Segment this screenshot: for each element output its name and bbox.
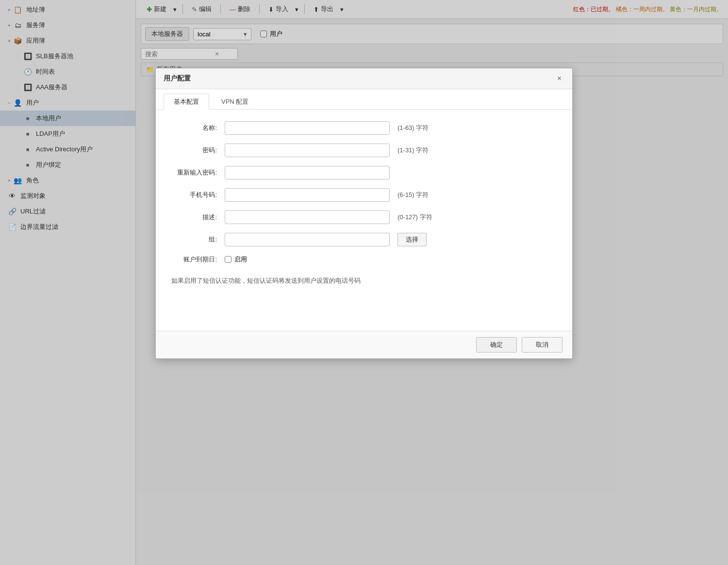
info-text: 如果启用了短信认证功能，短信认证码将发送到用户设置的电话号码 [171,273,557,289]
expire-label: 账户到期日: [171,255,225,264]
desc-input[interactable] [225,210,390,224]
ok-button[interactable]: 确定 [476,337,517,353]
form-row-expire: 账户到期日: 启用 [171,255,557,264]
form-row-desc: 描述: (0-127) 字符 [171,210,557,224]
name-hint: (1-63) 字符 [397,124,429,132]
form-row-repassword: 重新输入密码: [171,166,557,179]
group-select-button[interactable]: 选择 [397,233,427,246]
desc-label: 描述: [171,213,225,222]
password-label: 密码: [171,146,225,155]
form-row-phone: 手机号码: (6-15) 字符 [171,188,557,202]
dialog-tabs: 基本配置 VPN 配置 [156,89,572,110]
group-label: 组: [171,235,225,244]
tab-basic-label: 基本配置 [174,98,199,105]
cancel-button[interactable]: 取消 [522,337,563,353]
dialog-body: 名称: (1-63) 字符 密码: (1-31) 字符 重新输入密码: 手机号码… [156,110,572,331]
dialog-title-bar: 用户配置 × [156,68,572,89]
repassword-label: 重新输入密码: [171,168,225,177]
password-hint: (1-31) 字符 [397,146,429,155]
password-input[interactable] [225,144,390,157]
expire-checkbox[interactable] [225,256,232,263]
name-label: 名称: [171,124,225,132]
phone-input[interactable] [225,188,390,202]
user-config-dialog: 用户配置 × 基本配置 VPN 配置 名称: (1-63) 字符 密码: [155,68,573,359]
tab-basic-config[interactable]: 基本配置 [164,94,209,110]
enable-label: 启用 [234,255,247,264]
phone-label: 手机号码: [171,191,225,199]
name-input[interactable] [225,121,390,135]
phone-hint: (6-15) 字符 [397,191,429,199]
repassword-input[interactable] [225,166,390,179]
dialog-overlay: 用户配置 × 基本配置 VPN 配置 名称: (1-63) 字符 密码: [0,0,728,565]
form-row-password: 密码: (1-31) 字符 [171,144,557,157]
tab-vpn-config[interactable]: VPN 配置 [211,94,259,110]
form-row-group: 组: 选择 [171,233,557,246]
expire-checkbox-wrap: 启用 [225,255,247,264]
dialog-close-button[interactable]: × [554,73,564,84]
group-input[interactable] [225,233,390,246]
dialog-title: 用户配置 [164,74,191,83]
desc-hint: (0-127) 字符 [397,213,432,222]
tab-vpn-label: VPN 配置 [221,98,248,105]
form-row-name: 名称: (1-63) 字符 [171,121,557,135]
dialog-footer: 确定 取消 [156,331,572,358]
